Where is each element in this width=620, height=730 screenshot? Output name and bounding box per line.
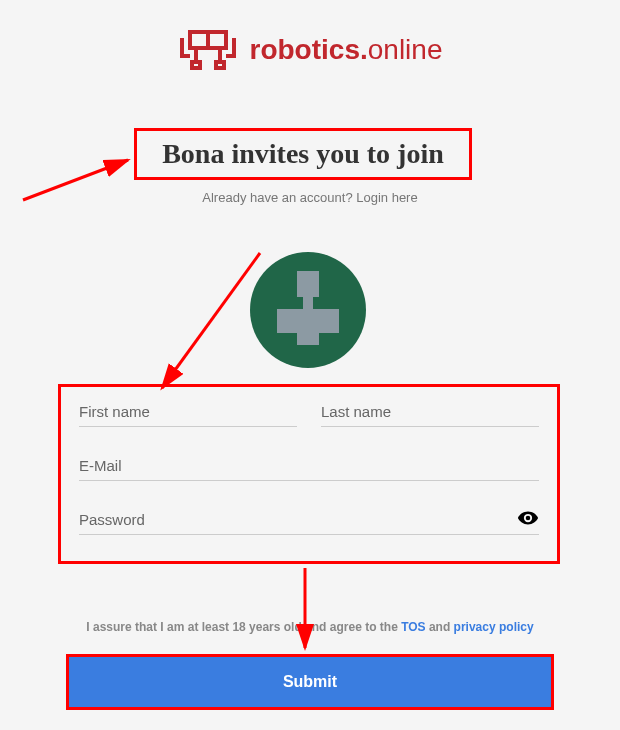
first-name-field[interactable] [79,397,297,427]
signup-form-highlight-box [58,384,560,564]
age-disclaimer: I assure that I am at least 18 years old… [0,620,620,634]
svg-rect-5 [216,62,224,68]
logo-icon [178,28,238,72]
annotation-arrow-3 [290,566,320,656]
avatar-icon [263,263,353,357]
submit-highlight-box: Submit [66,654,554,710]
brand-logo: robotics.online [0,0,620,72]
svg-rect-6 [297,271,319,297]
last-name-field[interactable] [321,397,539,427]
email-field[interactable] [79,451,539,481]
invite-heading: Bona invites you to join [162,138,444,170]
avatar [250,252,366,368]
svg-rect-9 [297,323,319,345]
submit-button[interactable]: Submit [69,657,551,707]
svg-rect-4 [192,62,200,68]
tos-link[interactable]: TOS [401,620,425,634]
login-link[interactable]: Already have an account? Login here [0,190,620,205]
svg-line-11 [162,253,260,388]
heading-highlight-box: Bona invites you to join [134,128,472,180]
password-field[interactable] [79,505,539,535]
privacy-link[interactable]: privacy policy [454,620,534,634]
eye-icon[interactable] [517,507,539,529]
logo-text: robotics.online [250,34,443,66]
svg-rect-7 [303,297,313,309]
